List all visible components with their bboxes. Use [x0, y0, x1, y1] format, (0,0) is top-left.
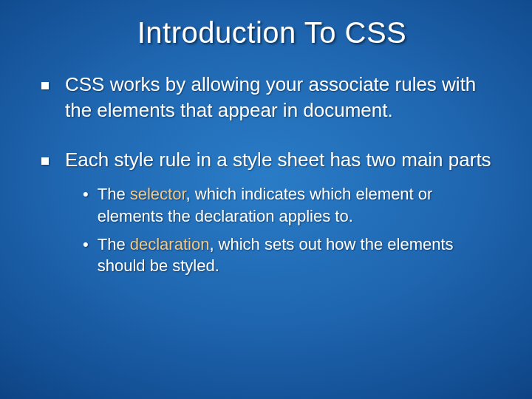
sub-list: • The selector, which indicates which el…	[83, 183, 502, 277]
bullet-text: CSS works by allowing your associate rul…	[65, 72, 502, 123]
bullet-level2: • The declaration, which sets out how th…	[83, 233, 502, 277]
text-fragment: The	[98, 185, 130, 203]
square-bullet-icon	[41, 82, 49, 89]
bullet-level1: CSS works by allowing your associate rul…	[41, 72, 502, 123]
bullet-level2: • The selector, which indicates which el…	[83, 183, 502, 227]
sub-bullet-text: The declaration, which sets out how the …	[98, 233, 502, 277]
slide: Introduction To CSS CSS works by allowin…	[0, 0, 532, 399]
highlight-term: declaration	[130, 235, 210, 253]
bullet-text: Each style rule in a style sheet has two…	[65, 147, 502, 173]
round-bullet-icon: •	[83, 183, 89, 205]
bullet-level1: Each style rule in a style sheet has two…	[41, 147, 502, 173]
sub-bullet-text: The selector, which indicates which elem…	[98, 183, 502, 227]
text-fragment: The	[98, 235, 130, 253]
highlight-term: selector	[130, 185, 186, 203]
square-bullet-icon	[41, 157, 49, 165]
slide-body: CSS works by allowing your associate rul…	[41, 72, 502, 277]
round-bullet-icon: •	[83, 233, 89, 256]
slide-title: Introduction To CSS	[41, 16, 502, 50]
